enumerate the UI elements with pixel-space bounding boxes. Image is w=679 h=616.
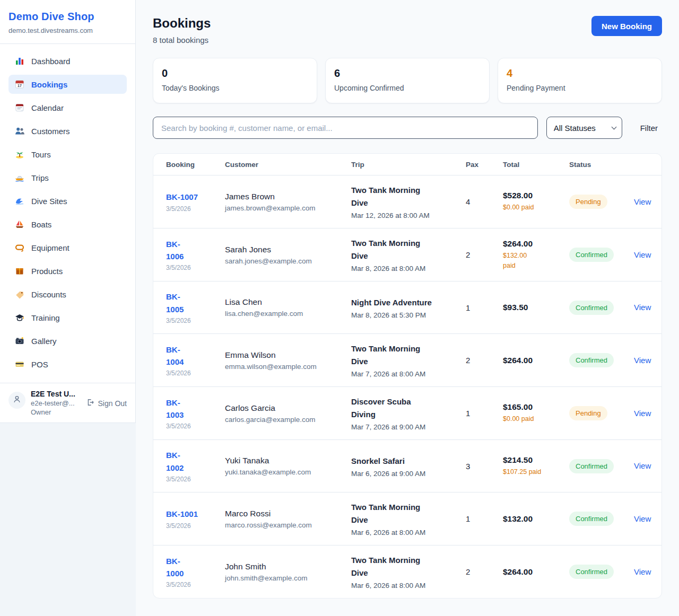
- paid-amount: $107.25 paid: [503, 467, 569, 477]
- customer-email: james.brown@example.com: [225, 204, 351, 212]
- status-badge: Confirmed: [569, 512, 614, 526]
- sidebar-item-boats[interactable]: Boats: [8, 215, 127, 234]
- view-link[interactable]: View: [634, 250, 651, 259]
- sidebar-item-trips[interactable]: Trips: [8, 168, 127, 187]
- customer-cell: James Brown james.brown@example.com: [225, 192, 351, 212]
- page-header: Bookings 8 total bookings New Booking: [153, 16, 662, 45]
- stats-row: 0 Today's Bookings 6 Upcoming Confirmed …: [153, 58, 662, 103]
- customer-email: yuki.tanaka@example.com: [225, 468, 351, 476]
- sidebar-item-label: Training: [31, 313, 60, 322]
- customer-name: Yuki Tanaka: [225, 456, 351, 465]
- main-content: Bookings 8 total bookings New Booking 0 …: [136, 0, 679, 616]
- sidebar-item-label: Customers: [31, 127, 70, 136]
- package-icon: [15, 266, 24, 276]
- sidebar-item-products[interactable]: Products: [8, 261, 127, 280]
- sidebar: Demo Dive Shop demo.test.divestreams.com…: [0, 0, 136, 423]
- tag-icon: [15, 289, 24, 299]
- sidebar-item-discounts[interactable]: Discounts: [8, 285, 127, 304]
- svg-text:17: 17: [18, 84, 22, 87]
- trip-datetime: Mar 12, 2026 at 8:00 AM: [351, 212, 466, 219]
- sidebar-item-training[interactable]: Training: [8, 308, 127, 327]
- sign-out-icon: [86, 398, 94, 408]
- table-row: BK- 1005 3/5/2026 Lisa Chen lisa.chen@ex…: [153, 281, 661, 334]
- table-header-row: Booking Customer Trip Pax Total Status: [153, 154, 661, 175]
- table-row: BK-1001 3/5/2026 Marco Rossi marco.rossi…: [153, 492, 661, 545]
- sidebar-item-bookings[interactable]: 17 Bookings: [8, 75, 127, 94]
- total-amount: $93.50: [503, 303, 569, 312]
- pax-count: 2: [466, 356, 503, 365]
- booking-id-link[interactable]: BK-1007: [166, 191, 198, 203]
- booking-id-link[interactable]: BK- 1006: [166, 238, 184, 263]
- sign-out-button[interactable]: Sign Out: [86, 398, 127, 408]
- sidebar-item-gallery[interactable]: Gallery: [8, 331, 127, 350]
- view-link[interactable]: View: [634, 461, 651, 470]
- trip-cell: Two Tank Morning Dive Mar 8, 2026 at 8:0…: [351, 237, 466, 272]
- customer-email: lisa.chen@example.com: [225, 310, 351, 318]
- stat-label: Upcoming Confirmed: [334, 84, 481, 92]
- status-cell: Confirmed: [569, 565, 634, 579]
- booking-date: 3/5/2026: [166, 369, 225, 377]
- trip-datetime: Mar 8, 2026 at 5:30 PM: [351, 311, 466, 319]
- view-link[interactable]: View: [634, 356, 651, 365]
- customer-name: John Smith: [225, 562, 351, 571]
- actions-cell: View: [634, 356, 651, 365]
- actions-cell: View: [634, 303, 651, 312]
- filter-button[interactable]: Filter: [636, 121, 662, 135]
- booking-date: 3/5/2026: [166, 205, 225, 213]
- customer-cell: John Smith john.smith@example.com: [225, 562, 351, 582]
- sidebar-item-label: POS: [31, 360, 48, 369]
- booking-date: 3/5/2026: [166, 317, 225, 324]
- sidebar-item-customers[interactable]: Customers: [8, 121, 127, 140]
- new-booking-button[interactable]: New Booking: [591, 16, 662, 36]
- view-link[interactable]: View: [634, 514, 651, 523]
- total-amount: $264.00: [503, 567, 569, 577]
- booking-id-link[interactable]: BK- 1003: [166, 397, 184, 421]
- booking-cell: BK- 1005 3/5/2026: [166, 291, 225, 324]
- total-cell: $165.00 $0.00 paid: [503, 402, 569, 424]
- customer-email: john.smith@example.com: [225, 574, 351, 582]
- status-select[interactable]: All Statuses: [546, 117, 622, 139]
- booking-cell: BK- 1006 3/5/2026: [166, 238, 225, 272]
- pax-count: 2: [466, 567, 503, 576]
- actions-cell: View: [634, 514, 651, 524]
- customer-email: sarah.jones@example.com: [225, 257, 351, 265]
- sidebar-item-pos[interactable]: POS: [8, 355, 127, 374]
- booking-id-link[interactable]: BK- 1000: [166, 555, 184, 580]
- sidebar-nav: Dashboard 17 Bookings Calendar Customers…: [0, 44, 135, 383]
- trip-datetime: Mar 6, 2026 at 8:00 AM: [351, 529, 466, 536]
- total-cell: $264.00: [503, 567, 569, 577]
- view-link[interactable]: View: [634, 567, 651, 576]
- stat-card-todays-bookings: 0 Today's Bookings: [153, 58, 317, 103]
- view-link[interactable]: View: [634, 409, 651, 418]
- speedboat-icon: [15, 173, 24, 182]
- status-badge: Confirmed: [569, 565, 614, 579]
- booking-id-link[interactable]: BK- 1005: [166, 291, 184, 315]
- table-row: BK- 1002 3/5/2026 Yuki Tanaka yuki.tanak…: [153, 440, 661, 492]
- status-cell: Confirmed: [569, 353, 634, 367]
- booking-id-link[interactable]: BK- 1004: [166, 344, 184, 368]
- sidebar-item-dashboard[interactable]: Dashboard: [8, 51, 127, 71]
- shop-domain: demo.test.divestreams.com: [8, 27, 127, 34]
- trip-name: Two Tank Morning Dive: [351, 501, 466, 526]
- table-row: BK- 1000 3/5/2026 John Smith john.smith@…: [153, 545, 661, 598]
- sidebar-item-dive-sites[interactable]: Dive Sites: [8, 191, 127, 210]
- booking-id-link[interactable]: BK-1001: [166, 508, 198, 520]
- sidebar-item-tours[interactable]: Tours: [8, 145, 127, 164]
- sidebar-item-calendar[interactable]: Calendar: [8, 98, 127, 117]
- shop-name: Demo Dive Shop: [8, 11, 127, 23]
- total-amount: $165.00: [503, 402, 569, 412]
- status-cell: Confirmed: [569, 301, 634, 315]
- view-link[interactable]: View: [634, 303, 651, 312]
- paid-amount: $0.00 paid: [503, 414, 569, 424]
- customer-email: marco.rossi@example.com: [225, 521, 351, 529]
- booking-id-link[interactable]: BK- 1002: [166, 449, 184, 474]
- search-input[interactable]: [153, 117, 538, 139]
- pax-count: 2: [466, 250, 503, 259]
- booking-date: 3/5/2026: [166, 522, 225, 530]
- sidebar-item-equipment[interactable]: Equipment: [8, 238, 127, 257]
- sidebar-footer: E2E Test U... e2e-tester@... Owner Sign …: [0, 383, 135, 423]
- status-badge: Confirmed: [569, 353, 614, 367]
- trip-datetime: Mar 8, 2026 at 8:00 AM: [351, 265, 466, 272]
- view-link[interactable]: View: [634, 197, 651, 206]
- trip-datetime: Mar 6, 2026 at 8:00 AM: [351, 582, 466, 589]
